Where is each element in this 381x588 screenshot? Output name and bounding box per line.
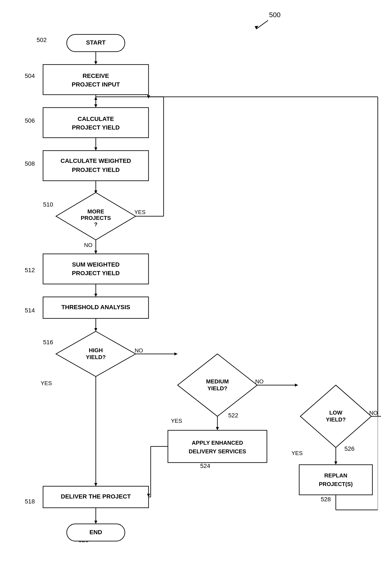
svg-marker-53: [94, 483, 97, 486]
svg-rect-8: [43, 107, 149, 138]
svg-rect-47: [299, 465, 372, 495]
medium-yield-label-2: YIELD?: [207, 385, 227, 392]
calc-weighted-label-2: PROJECT YIELD: [72, 167, 120, 173]
ref-502: 502: [37, 37, 47, 43]
end-label: END: [89, 529, 102, 536]
ref-528: 528: [321, 496, 331, 503]
svg-marker-35: [295, 384, 298, 387]
svg-marker-33: [216, 427, 219, 430]
high-yield-no-label: NO: [135, 347, 143, 354]
start-label: START: [86, 39, 106, 46]
low-yield-label-1: LOW: [329, 409, 342, 416]
calc-weighted-label-1: CALCULATE WEIGHTED: [61, 157, 131, 164]
ref-508: 508: [25, 160, 35, 167]
ref-526: 526: [344, 445, 355, 452]
svg-marker-18: [94, 97, 97, 100]
medium-yield-yes-label: YES: [171, 418, 182, 424]
receive-label-1: RECEIVE: [83, 72, 109, 79]
high-yield-label-1: HIGH: [89, 347, 103, 354]
sum-weighted-label-1: SUM WEIGHTED: [72, 261, 120, 268]
ref-510: 510: [43, 201, 53, 208]
ref-514: 514: [25, 307, 35, 314]
more-projects-label-3: ?: [94, 221, 97, 228]
apply-enhanced-label-2: DELIVERY SERVICES: [189, 448, 246, 455]
more-projects-no-label: NO: [84, 242, 92, 248]
medium-yield-label-1: MEDIUM: [206, 378, 229, 385]
ref-518: 518: [25, 498, 35, 505]
ref-506: 506: [25, 117, 35, 124]
svg-marker-46: [334, 462, 337, 465]
replan-label-2: PROJECT(S): [319, 481, 353, 487]
more-projects-label-2: PROJECTS: [81, 215, 111, 221]
calc-yield-label-1: CALCULATE: [77, 116, 114, 122]
svg-line-0: [256, 21, 268, 29]
svg-marker-4: [94, 61, 97, 64]
ref-522: 522: [228, 412, 238, 419]
deliver-label: DELIVER THE PROJECT: [61, 493, 131, 500]
svg-marker-20: [94, 251, 97, 254]
ref-524: 524: [200, 462, 210, 469]
ref-504: 504: [25, 72, 35, 79]
low-yield-label-2: YIELD?: [326, 416, 346, 423]
svg-marker-29: [174, 352, 178, 356]
svg-rect-5: [43, 64, 149, 95]
high-yield-yes-label: YES: [41, 380, 52, 386]
ref-516: 516: [43, 339, 53, 346]
flowchart-diagram: 500 502 START 504 RECEIVE PROJECT INPUT …: [0, 0, 381, 588]
sum-weighted-label-2: PROJECT YIELD: [72, 270, 120, 276]
diagram-title: 500: [269, 11, 280, 19]
svg-rect-36: [168, 430, 267, 462]
replan-label-1: REPLAN: [324, 472, 347, 479]
high-yield-label-2: YIELD?: [86, 354, 106, 360]
receive-label-2: PROJECT INPUT: [72, 81, 120, 88]
svg-marker-26: [94, 328, 97, 331]
more-projects-yes-label: YES: [134, 209, 146, 215]
svg-marker-1: [255, 26, 258, 29]
apply-enhanced-label-1: APPLY ENHANCED: [192, 440, 243, 446]
ref-512: 512: [25, 267, 35, 273]
svg-marker-23: [94, 294, 97, 297]
svg-marker-7: [94, 104, 97, 107]
threshold-label: THRESHOLD ANALYSIS: [61, 304, 130, 311]
medium-yield-no-label: NO: [255, 378, 264, 385]
svg-rect-21: [43, 254, 149, 284]
svg-rect-11: [43, 151, 149, 181]
calc-yield-label-2: PROJECT YIELD: [72, 124, 120, 131]
low-yield-no-label: NO: [369, 410, 378, 416]
svg-marker-10: [94, 147, 97, 151]
svg-marker-52: [94, 521, 97, 524]
more-projects-label-1: MORE: [87, 208, 104, 215]
low-yield-yes-label: YES: [291, 450, 303, 456]
